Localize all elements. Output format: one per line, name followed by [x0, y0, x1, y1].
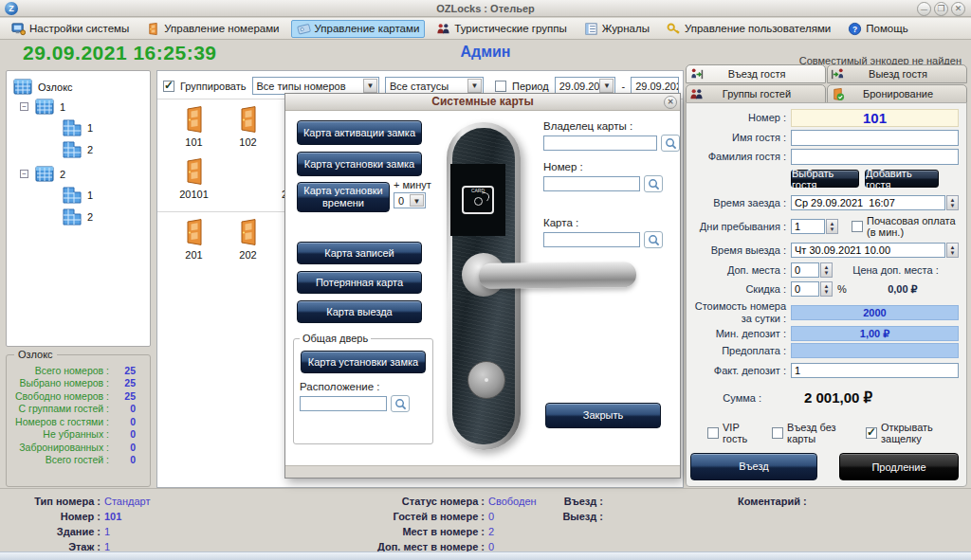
extra-beds-input[interactable] [791, 262, 819, 278]
last-name-input[interactable] [791, 149, 959, 165]
building-tree: Озлокс − 1 1 2 − 2 1 2 [6, 70, 151, 347]
add-guest-button[interactable]: Добавить гостя [865, 170, 939, 188]
room-number-label: Номер : [690, 112, 791, 124]
room-label: 201 [167, 249, 221, 261]
room-number-label: Номер : [543, 161, 682, 172]
period-checkbox[interactable] [495, 81, 506, 92]
search-icon[interactable] [644, 175, 663, 192]
prepay-label: Предоплата : [690, 345, 791, 357]
search-icon[interactable] [391, 395, 410, 412]
minimize-button[interactable]: — [917, 2, 931, 16]
room-item[interactable]: 20101 [167, 157, 221, 200]
search-icon[interactable] [661, 135, 680, 152]
tab-guest-checkin[interactable]: Въезд гостя [686, 64, 826, 83]
lock-setup-card-button[interactable]: Карта установки замка [297, 152, 422, 176]
checkin-time-input[interactable] [791, 195, 945, 210]
room-item[interactable]: 101 [167, 105, 221, 148]
tab-label: Группы гостей [707, 88, 825, 99]
spinner[interactable]: ▲▼ [946, 243, 959, 258]
common-door-lock-setup-button[interactable]: Карта установки замка [301, 351, 426, 373]
menu-user-management[interactable]: Управление пользователями [661, 20, 836, 38]
status-value: Все статусы [390, 81, 449, 92]
days-input[interactable] [791, 219, 825, 234]
fact-deposit-label: Факт. депозит : [690, 365, 791, 377]
spinner[interactable]: ▲▼ [820, 281, 833, 297]
no-card-checkbox[interactable] [772, 427, 783, 439]
hourly-payment-checkbox[interactable] [852, 221, 863, 232]
room-item[interactable]: 201 [167, 218, 221, 261]
status-label: Выезд : [550, 511, 607, 522]
room-item[interactable]: 202 [221, 218, 275, 261]
status-value: 2 [488, 526, 494, 537]
spinner[interactable]: ▲▼ [820, 262, 833, 278]
checkout-time-input[interactable] [791, 243, 945, 258]
first-name-input[interactable] [791, 130, 959, 146]
dialog-close-button[interactable]: Закрыть [545, 403, 661, 428]
status-value: 0 [488, 511, 494, 522]
tree-node-root[interactable]: Озлокс [9, 78, 148, 96]
lock-activation-card-button[interactable]: Карта активации замка [297, 120, 422, 145]
collapse-icon[interactable]: − [20, 170, 28, 178]
tab-guest-groups[interactable]: Группы гостей [686, 84, 826, 103]
tree-node-building-2[interactable]: − 2 [9, 165, 148, 183]
time-setup-card-button[interactable]: Карта установки времени [297, 182, 390, 212]
latch-checkbox[interactable] [866, 427, 877, 439]
status-value: 101 [104, 511, 121, 522]
tree-node-floor-2-2[interactable]: 2 [9, 207, 148, 226]
extra-bed-price-label: Цена доп. места : [833, 264, 959, 276]
fact-deposit-input[interactable] [791, 363, 959, 378]
checkin-button[interactable]: Въезд [690, 453, 817, 480]
tab-booking[interactable]: Бронирование [827, 84, 967, 103]
card-owner-label: Владелец карты : [543, 120, 682, 132]
menu-help[interactable]: ? Помощь [842, 20, 913, 38]
maximize-button[interactable]: ❐ [934, 2, 948, 16]
menu-label: Управление пользователями [685, 23, 831, 34]
status-row: Выезд : [550, 511, 607, 522]
extend-button[interactable]: Продление [839, 453, 959, 480]
guest-checkin-icon [689, 67, 704, 81]
guest-groups-icon [689, 87, 704, 101]
spinner[interactable]: ▲▼ [946, 195, 959, 210]
tree-node-label: Озлокс [38, 81, 73, 93]
status-row: Коментарий : [738, 496, 811, 507]
tree-node-floor-2-1[interactable]: 1 [9, 185, 148, 205]
menu-system-settings[interactable]: Настройки системы [6, 20, 135, 38]
card-owner-input[interactable] [543, 135, 657, 151]
menu-room-management[interactable]: Управление номерами [140, 20, 284, 38]
status-row: Тип номера :Стандарт [9, 496, 151, 507]
spinner[interactable]: ▲▼ [826, 219, 838, 234]
menu-tourist-groups[interactable]: Туристические группы [431, 20, 572, 38]
chevron-down-icon: ▼ [599, 79, 614, 93]
stats-value: 25 [109, 365, 143, 376]
select-guest-button[interactable]: Выбрать гостя [791, 170, 859, 188]
dialog-close-icon[interactable]: ✕ [664, 96, 677, 109]
tree-node-floor-1-2[interactable]: 2 [9, 139, 148, 159]
records-card-button[interactable]: Карта записей [297, 242, 422, 264]
tree-node-building-1[interactable]: − 1 [9, 98, 148, 116]
status-label: Коментарий : [738, 496, 811, 507]
collapse-icon[interactable]: − [20, 102, 28, 111]
location-input[interactable] [300, 396, 387, 411]
tree-node-floor-1-1[interactable]: 1 [9, 117, 148, 137]
card-input[interactable] [543, 232, 640, 247]
checkout-card-button[interactable]: Карта выезда [297, 300, 422, 323]
card-icon [297, 22, 311, 36]
search-icon[interactable] [644, 231, 663, 248]
window-title: OZLocks : Отельер [0, 3, 971, 14]
room-number-input[interactable] [543, 176, 640, 191]
stats-label: Выбрано номеров : [7, 377, 109, 388]
window-bottom-edge [0, 551, 971, 560]
group-checkbox[interactable] [163, 81, 174, 92]
close-button[interactable]: ✕ [951, 2, 965, 16]
sum-label: Сумма : [690, 392, 766, 405]
discount-input[interactable] [791, 281, 819, 297]
menu-card-management[interactable]: Управление картами [291, 20, 426, 38]
tab-guest-checkout[interactable]: Выезд гостя [827, 64, 967, 83]
lost-card-button[interactable]: Потерянная карта [297, 271, 422, 294]
room-item[interactable]: 102 [221, 105, 275, 148]
menu-journals[interactable]: Журналы [578, 20, 655, 38]
door-icon [183, 105, 206, 134]
vip-checkbox[interactable] [707, 427, 719, 439]
menu-label: Журналы [602, 23, 650, 34]
minutes-select[interactable]: 0 ▼ [394, 192, 426, 208]
